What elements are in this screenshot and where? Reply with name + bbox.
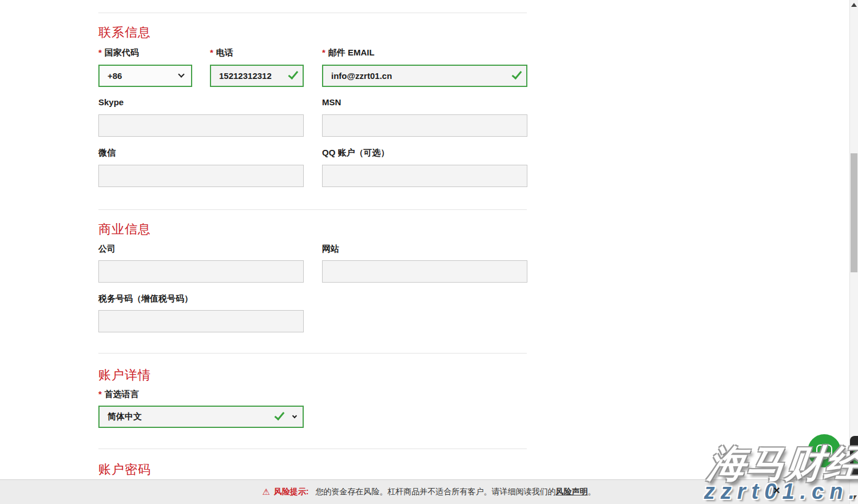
skype-input[interactable]: [98, 114, 304, 137]
phone-widget[interactable]: [850, 436, 858, 478]
section-divider: [98, 353, 527, 354]
live-chat-button[interactable]: ?: [808, 434, 841, 467]
msn-input[interactable]: [322, 114, 527, 137]
scroll-down-arrow-icon[interactable]: [851, 495, 857, 499]
preferred-language-field: 简体中文: [98, 406, 304, 428]
wechat-label: 微信: [98, 148, 116, 158]
risk-warning-text: 您的资金存在风险。杠杆商品并不适合所有客户。请详细阅读我们的: [316, 487, 556, 497]
question-bubble-icon: ?: [816, 445, 832, 457]
tax-number-field: [98, 310, 304, 332]
email-label: *邮件 EMAIL: [322, 47, 375, 58]
required-asterisk: *: [322, 47, 325, 57]
section-title-account-details: 账户详情: [98, 367, 151, 384]
msn-field: [322, 114, 527, 137]
preferred-language-value: 简体中文: [108, 411, 142, 422]
qq-field: [322, 165, 527, 187]
country-code-label: *国家代码: [98, 47, 139, 58]
scrollbar-thumb[interactable]: [851, 153, 857, 272]
close-icon[interactable]: ×: [773, 485, 780, 496]
chevron-down-icon: [178, 71, 184, 77]
msn-label: MSN: [322, 97, 341, 107]
section-title-contact: 联系信息: [98, 24, 151, 41]
phone-label: *电话: [210, 47, 233, 58]
section-divider: [98, 449, 527, 449]
required-asterisk: *: [210, 47, 213, 57]
registration-page: 联系信息 *国家代码 *电话 *邮件 EMAIL +86 Skype MSN 微…: [0, 0, 858, 504]
phone-screen-icon: [853, 450, 858, 469]
scrollbar[interactable]: [849, 0, 858, 504]
website-input[interactable]: [322, 260, 527, 283]
chevron-down-icon: [292, 413, 297, 418]
skype-field: [98, 114, 304, 137]
company-input[interactable]: [98, 260, 304, 283]
tax-number-input[interactable]: [98, 310, 304, 332]
preferred-language-label: *首选语言: [98, 389, 139, 400]
qq-label: QQ 账户（可选）: [322, 148, 390, 158]
risk-warning-label: 风险提示:: [274, 487, 309, 497]
skype-label: Skype: [98, 97, 124, 107]
website-label: 网站: [322, 244, 339, 255]
wechat-field: [98, 165, 304, 187]
phone-field: [210, 65, 304, 87]
required-asterisk: *: [98, 389, 102, 399]
risk-warning-suffix: 。: [588, 487, 596, 497]
website-field: [322, 260, 527, 283]
tax-number-label: 税务号码（增值税号码）: [98, 293, 193, 304]
section-title-account-password: 账户密码: [98, 461, 151, 478]
required-asterisk: *: [98, 47, 102, 57]
country-code-field: +86: [98, 65, 192, 87]
warning-icon: ⚠: [262, 487, 269, 497]
preferred-language-select[interactable]: 简体中文: [98, 406, 304, 428]
section-title-business: 商业信息: [98, 221, 151, 238]
risk-statement-link[interactable]: 风险声明: [556, 487, 588, 497]
valid-check-icon: [275, 410, 285, 420]
email-field: [322, 65, 527, 87]
section-divider: [98, 13, 527, 13]
company-label: 公司: [98, 244, 116, 255]
email-input[interactable]: [322, 65, 527, 87]
risk-warning-bar: ⚠ 风险提示: 您的资金存在风险。杠杆商品并不适合所有客户。请详细阅读我们的风险…: [0, 479, 858, 504]
wechat-input[interactable]: [98, 165, 304, 187]
qq-input[interactable]: [322, 165, 527, 187]
section-divider: [98, 209, 527, 210]
country-code-value: +86: [108, 71, 122, 81]
scroll-up-arrow-icon[interactable]: [851, 3, 857, 7]
company-field: [98, 260, 304, 283]
country-code-select[interactable]: +86: [98, 65, 192, 87]
